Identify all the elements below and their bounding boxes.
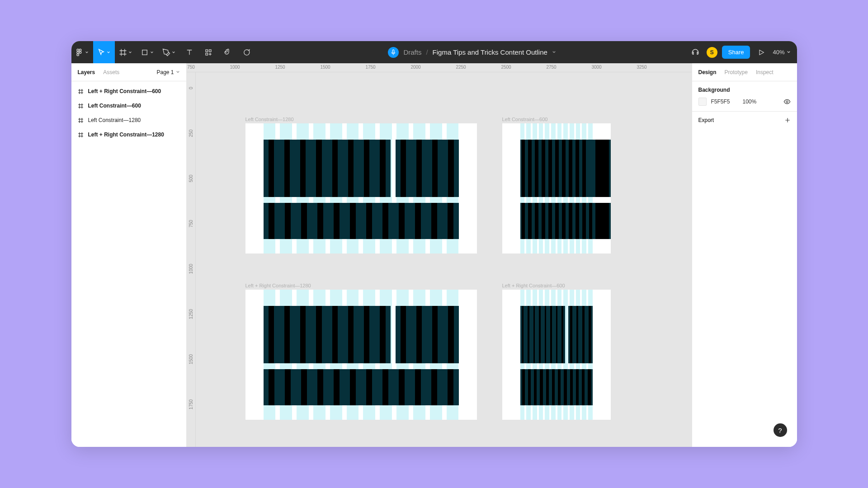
hand-icon xyxy=(223,48,231,56)
frame-left-right-constraint-600[interactable] xyxy=(502,290,611,420)
export-label: Export xyxy=(698,117,714,123)
background-title: Background xyxy=(698,87,791,93)
export-section[interactable]: Export xyxy=(692,112,797,129)
pen-tool-button[interactable] xyxy=(158,41,180,63)
frame-left-right-constraint-1280[interactable] xyxy=(245,290,477,420)
right-panel-tabs: Design Prototype Inspect xyxy=(692,63,797,81)
toolbar-right: S Share 40% xyxy=(689,46,797,59)
voice-badge[interactable] xyxy=(388,47,399,58)
comment-tool-button[interactable] xyxy=(237,41,256,63)
visibility-icon[interactable] xyxy=(783,98,791,105)
frame-left-constraint-600[interactable] xyxy=(502,123,611,253)
frame-label[interactable]: Left Constraint—1280 xyxy=(245,117,294,122)
layer-row[interactable]: Left + Right Constraint—1280 xyxy=(71,127,186,142)
layer-row[interactable]: Left + Right Constraint—600 xyxy=(71,84,186,99)
tab-prototype[interactable]: Prototype xyxy=(725,69,748,75)
background-row[interactable]: F5F5F5 100% xyxy=(698,98,791,106)
layer-row[interactable]: Left Constraint—1280 xyxy=(71,113,186,127)
frame-left-constraint-1280[interactable] xyxy=(245,123,477,253)
zoom-value: 40% xyxy=(773,49,784,56)
svg-rect-0 xyxy=(77,49,79,51)
frame-icon xyxy=(78,117,84,123)
left-panel-tabs: Layers Assets Page 1 xyxy=(71,63,186,81)
tab-inspect[interactable]: Inspect xyxy=(756,69,774,75)
chevron-down-icon xyxy=(85,51,89,54)
ruler-horizontal: 750 1000 1250 1500 1750 2000 2250 2500 2… xyxy=(187,63,692,72)
page-selector[interactable]: Page 1 xyxy=(156,69,179,75)
ruler-vertical: 0 250 500 750 1000 1250 1500 1750 xyxy=(187,72,196,447)
audio-button[interactable] xyxy=(689,46,702,59)
background-hex[interactable]: F5F5F5 xyxy=(711,99,738,105)
layer-name: Left + Right Constraint—1280 xyxy=(88,131,164,138)
layer-name: Left Constraint—1280 xyxy=(88,117,141,123)
frame-icon xyxy=(119,48,127,56)
layer-list: Left + Right Constraint—600 Left Constra… xyxy=(71,81,186,145)
tab-design[interactable]: Design xyxy=(698,69,717,75)
hand-tool-button[interactable] xyxy=(218,41,237,63)
tab-layers[interactable]: Layers xyxy=(78,69,95,75)
toolbar: Drafts / Figma Tips and Tricks Content O… xyxy=(71,41,797,63)
canvas-inner: Left Constraint—1280 xyxy=(196,72,692,447)
color-swatch[interactable] xyxy=(698,98,707,106)
comment-icon xyxy=(242,48,250,56)
chevron-down-icon xyxy=(172,51,175,54)
svg-rect-2 xyxy=(77,54,79,56)
layer-name: Left Constraint—600 xyxy=(88,103,141,109)
svg-rect-7 xyxy=(209,50,211,52)
chevron-down-icon xyxy=(150,51,154,54)
chevron-down-icon xyxy=(176,70,180,74)
layer-row[interactable]: Left Constraint—600 xyxy=(71,99,186,113)
frame-label[interactable]: Left Constraint—600 xyxy=(502,117,548,122)
background-opacity[interactable]: 100% xyxy=(743,99,779,105)
app-body: Layers Assets Page 1 Left + Right Constr… xyxy=(71,63,797,447)
canvas[interactable]: 750 1000 1250 1500 1750 2000 2250 2500 2… xyxy=(187,63,692,447)
toolbar-center: Drafts / Figma Tips and Tricks Content O… xyxy=(256,47,689,58)
frame-label[interactable]: Left + Right Constraint—600 xyxy=(502,283,565,288)
layer-name: Left + Right Constraint—600 xyxy=(88,88,161,94)
svg-point-4 xyxy=(79,51,81,53)
cursor-icon xyxy=(97,48,105,56)
resources-tool-button[interactable] xyxy=(199,41,218,63)
svg-rect-6 xyxy=(206,50,208,52)
share-button[interactable]: Share xyxy=(722,46,750,59)
svg-point-9 xyxy=(786,101,788,103)
background-section: Background F5F5F5 100% xyxy=(692,81,797,112)
frame-icon xyxy=(78,103,84,109)
chevron-down-icon xyxy=(128,51,132,54)
svg-rect-3 xyxy=(79,49,81,51)
app-window: Drafts / Figma Tips and Tricks Content O… xyxy=(71,41,797,447)
properties-panel: Design Prototype Inspect Background F5F5… xyxy=(692,63,797,447)
text-icon xyxy=(185,48,193,56)
text-tool-button[interactable] xyxy=(180,41,199,63)
shape-tool-button[interactable] xyxy=(137,41,158,63)
figma-logo-icon xyxy=(75,48,84,56)
move-tool-button[interactable] xyxy=(93,41,115,63)
chevron-down-icon[interactable] xyxy=(552,50,556,54)
play-icon xyxy=(758,49,765,56)
svg-rect-5 xyxy=(142,50,147,55)
resources-icon xyxy=(204,48,212,56)
headphones-icon xyxy=(691,48,700,57)
present-button[interactable] xyxy=(755,46,768,59)
tool-group-left xyxy=(71,41,256,63)
tab-assets[interactable]: Assets xyxy=(103,69,119,75)
avatar[interactable]: S xyxy=(707,47,717,58)
breadcrumb-parent[interactable]: Drafts xyxy=(403,48,421,56)
frame-tool-button[interactable] xyxy=(115,41,137,63)
zoom-control[interactable]: 40% xyxy=(773,49,790,56)
frame-icon xyxy=(78,132,84,138)
square-icon xyxy=(141,48,149,56)
main-menu-button[interactable] xyxy=(71,41,93,63)
plus-icon xyxy=(784,117,791,123)
file-name[interactable]: Figma Tips and Tricks Content Outline xyxy=(433,48,547,56)
chevron-down-icon xyxy=(107,51,110,54)
layers-panel: Layers Assets Page 1 Left + Right Constr… xyxy=(71,63,187,447)
svg-rect-1 xyxy=(77,51,79,53)
voice-icon xyxy=(390,49,396,56)
frame-icon xyxy=(78,89,84,94)
pen-icon xyxy=(162,48,170,56)
page-label: Page 1 xyxy=(156,69,174,75)
frame-label[interactable]: Left + Right Constraint—1280 xyxy=(245,283,311,288)
svg-rect-8 xyxy=(206,53,208,55)
help-button[interactable]: ? xyxy=(774,423,787,437)
